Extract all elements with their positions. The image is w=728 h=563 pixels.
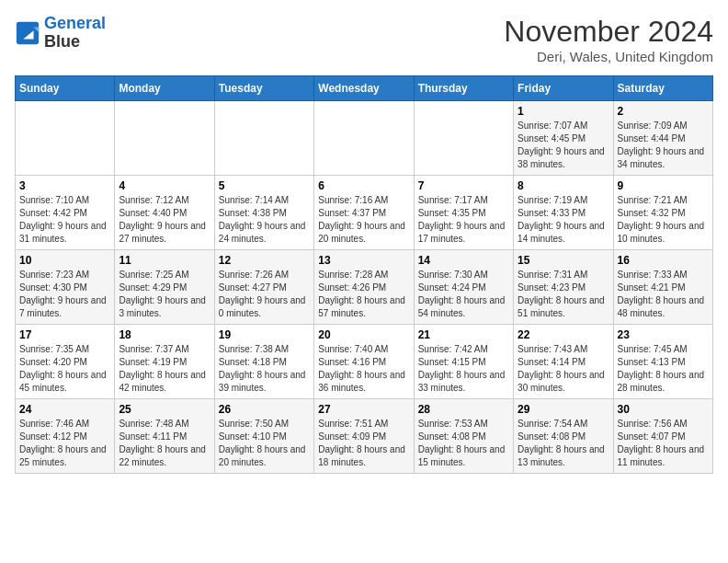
calendar-cell: 15Sunrise: 7:31 AM Sunset: 4:23 PM Dayli…	[514, 250, 613, 325]
day-info: Sunrise: 7:17 AM Sunset: 4:35 PM Dayligh…	[418, 194, 509, 246]
day-number: 18	[119, 328, 210, 341]
day-info: Sunrise: 7:21 AM Sunset: 4:32 PM Dayligh…	[618, 194, 709, 246]
calendar-cell: 14Sunrise: 7:30 AM Sunset: 4:24 PM Dayli…	[414, 250, 513, 325]
day-number: 19	[219, 328, 310, 341]
calendar-cell: 7Sunrise: 7:17 AM Sunset: 4:35 PM Daylig…	[414, 176, 513, 250]
calendar-cell: 24Sunrise: 7:46 AM Sunset: 4:12 PM Dayli…	[16, 399, 115, 474]
day-info: Sunrise: 7:30 AM Sunset: 4:24 PM Dayligh…	[418, 269, 509, 320]
calendar-cell: 22Sunrise: 7:43 AM Sunset: 4:14 PM Dayli…	[514, 325, 613, 399]
day-number: 21	[418, 328, 509, 341]
logo-text: General Blue	[44, 15, 106, 52]
day-number: 4	[119, 179, 210, 192]
day-info: Sunrise: 7:42 AM Sunset: 4:15 PM Dayligh…	[418, 343, 509, 395]
calendar-cell: 3Sunrise: 7:10 AM Sunset: 4:42 PM Daylig…	[16, 176, 115, 250]
logo-icon	[15, 20, 40, 46]
day-number: 14	[418, 254, 509, 267]
day-header-friday: Friday	[514, 76, 613, 101]
day-info: Sunrise: 7:33 AM Sunset: 4:21 PM Dayligh…	[618, 269, 709, 320]
day-number: 23	[618, 328, 709, 341]
logo: General Blue	[15, 15, 106, 52]
days-header-row: SundayMondayTuesdayWednesdayThursdayFrid…	[16, 76, 713, 101]
calendar-cell	[16, 101, 115, 176]
calendar-cell: 18Sunrise: 7:37 AM Sunset: 4:19 PM Dayli…	[115, 325, 214, 399]
calendar-cell: 29Sunrise: 7:54 AM Sunset: 4:08 PM Dayli…	[514, 399, 613, 474]
day-info: Sunrise: 7:25 AM Sunset: 4:29 PM Dayligh…	[119, 269, 210, 320]
day-info: Sunrise: 7:10 AM Sunset: 4:42 PM Dayligh…	[19, 194, 110, 246]
calendar-cell: 9Sunrise: 7:21 AM Sunset: 4:32 PM Daylig…	[613, 176, 712, 250]
calendar-cell: 21Sunrise: 7:42 AM Sunset: 4:15 PM Dayli…	[414, 325, 513, 399]
day-header-wednesday: Wednesday	[314, 76, 414, 101]
calendar-cell: 4Sunrise: 7:12 AM Sunset: 4:40 PM Daylig…	[115, 176, 214, 250]
calendar-week-3: 10Sunrise: 7:23 AM Sunset: 4:30 PM Dayli…	[16, 250, 713, 325]
calendar-cell: 11Sunrise: 7:25 AM Sunset: 4:29 PM Dayli…	[115, 250, 214, 325]
day-info: Sunrise: 7:38 AM Sunset: 4:18 PM Dayligh…	[219, 343, 310, 395]
day-number: 26	[219, 403, 310, 416]
day-info: Sunrise: 7:50 AM Sunset: 4:10 PM Dayligh…	[219, 418, 310, 469]
day-info: Sunrise: 7:37 AM Sunset: 4:19 PM Dayligh…	[119, 343, 210, 395]
calendar-cell: 23Sunrise: 7:45 AM Sunset: 4:13 PM Dayli…	[613, 325, 712, 399]
calendar-title: November 2024	[504, 15, 713, 49]
calendar-cell	[414, 101, 513, 176]
day-number: 28	[418, 403, 509, 416]
day-info: Sunrise: 7:56 AM Sunset: 4:07 PM Dayligh…	[618, 418, 709, 469]
day-info: Sunrise: 7:12 AM Sunset: 4:40 PM Dayligh…	[119, 194, 210, 246]
day-info: Sunrise: 7:40 AM Sunset: 4:16 PM Dayligh…	[318, 343, 409, 395]
day-number: 13	[318, 254, 409, 267]
calendar-cell: 30Sunrise: 7:56 AM Sunset: 4:07 PM Dayli…	[613, 399, 712, 474]
day-header-sunday: Sunday	[16, 76, 115, 101]
day-number: 10	[19, 254, 110, 267]
day-number: 20	[318, 328, 409, 341]
day-number: 17	[19, 328, 110, 341]
day-info: Sunrise: 7:14 AM Sunset: 4:38 PM Dayligh…	[219, 194, 310, 246]
calendar-week-1: 1Sunrise: 7:07 AM Sunset: 4:45 PM Daylig…	[16, 101, 713, 176]
calendar-cell: 5Sunrise: 7:14 AM Sunset: 4:38 PM Daylig…	[214, 176, 313, 250]
calendar-week-4: 17Sunrise: 7:35 AM Sunset: 4:20 PM Dayli…	[16, 325, 713, 399]
calendar-week-5: 24Sunrise: 7:46 AM Sunset: 4:12 PM Dayli…	[16, 399, 713, 474]
calendar-cell: 10Sunrise: 7:23 AM Sunset: 4:30 PM Dayli…	[16, 250, 115, 325]
day-header-thursday: Thursday	[414, 76, 513, 101]
day-number: 11	[119, 254, 210, 267]
day-info: Sunrise: 7:26 AM Sunset: 4:27 PM Dayligh…	[219, 269, 310, 320]
calendar-subtitle: Deri, Wales, United Kingdom	[504, 49, 713, 64]
day-number: 1	[518, 105, 609, 118]
svg-rect-0	[17, 22, 39, 44]
calendar-cell: 20Sunrise: 7:40 AM Sunset: 4:16 PM Dayli…	[314, 325, 414, 399]
day-info: Sunrise: 7:46 AM Sunset: 4:12 PM Dayligh…	[19, 418, 110, 469]
calendar-cell: 25Sunrise: 7:48 AM Sunset: 4:11 PM Dayli…	[115, 399, 214, 474]
calendar-week-2: 3Sunrise: 7:10 AM Sunset: 4:42 PM Daylig…	[16, 176, 713, 250]
day-header-tuesday: Tuesday	[214, 76, 313, 101]
day-info: Sunrise: 7:23 AM Sunset: 4:30 PM Dayligh…	[19, 269, 110, 320]
logo-line2: Blue	[44, 33, 106, 52]
day-info: Sunrise: 7:45 AM Sunset: 4:13 PM Dayligh…	[618, 343, 709, 395]
day-number: 2	[618, 105, 709, 118]
day-number: 3	[19, 179, 110, 192]
day-header-monday: Monday	[115, 76, 214, 101]
day-info: Sunrise: 7:54 AM Sunset: 4:08 PM Dayligh…	[518, 418, 609, 469]
calendar-cell: 27Sunrise: 7:51 AM Sunset: 4:09 PM Dayli…	[314, 399, 414, 474]
day-info: Sunrise: 7:48 AM Sunset: 4:11 PM Dayligh…	[119, 418, 210, 469]
calendar-cell: 26Sunrise: 7:50 AM Sunset: 4:10 PM Dayli…	[214, 399, 313, 474]
day-number: 5	[219, 179, 310, 192]
day-number: 25	[119, 403, 210, 416]
day-number: 6	[318, 179, 409, 192]
calendar-table: SundayMondayTuesdayWednesdayThursdayFrid…	[15, 75, 713, 474]
calendar-cell	[115, 101, 214, 176]
calendar-cell: 16Sunrise: 7:33 AM Sunset: 4:21 PM Dayli…	[613, 250, 712, 325]
day-number: 22	[518, 328, 609, 341]
day-info: Sunrise: 7:53 AM Sunset: 4:08 PM Dayligh…	[418, 418, 509, 469]
day-info: Sunrise: 7:16 AM Sunset: 4:37 PM Dayligh…	[318, 194, 409, 246]
day-number: 9	[618, 179, 709, 192]
calendar-cell: 6Sunrise: 7:16 AM Sunset: 4:37 PM Daylig…	[314, 176, 414, 250]
day-info: Sunrise: 7:51 AM Sunset: 4:09 PM Dayligh…	[318, 418, 409, 469]
calendar-cell: 8Sunrise: 7:19 AM Sunset: 4:33 PM Daylig…	[514, 176, 613, 250]
calendar-cell: 19Sunrise: 7:38 AM Sunset: 4:18 PM Dayli…	[214, 325, 313, 399]
day-info: Sunrise: 7:07 AM Sunset: 4:45 PM Dayligh…	[518, 120, 609, 171]
day-info: Sunrise: 7:28 AM Sunset: 4:26 PM Dayligh…	[318, 269, 409, 320]
day-info: Sunrise: 7:35 AM Sunset: 4:20 PM Dayligh…	[19, 343, 110, 395]
day-number: 12	[219, 254, 310, 267]
day-number: 27	[318, 403, 409, 416]
calendar-cell: 12Sunrise: 7:26 AM Sunset: 4:27 PM Dayli…	[214, 250, 313, 325]
day-info: Sunrise: 7:43 AM Sunset: 4:14 PM Dayligh…	[518, 343, 609, 395]
day-info: Sunrise: 7:09 AM Sunset: 4:44 PM Dayligh…	[618, 120, 709, 171]
calendar-cell: 17Sunrise: 7:35 AM Sunset: 4:20 PM Dayli…	[16, 325, 115, 399]
